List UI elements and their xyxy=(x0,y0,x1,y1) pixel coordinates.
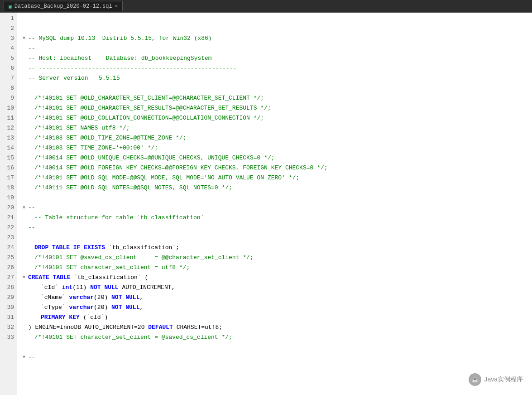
line-number: 7 xyxy=(0,73,17,83)
code-line: /*!40101 SET @saved_cs_client = @@charac… xyxy=(21,253,532,263)
line-number: 23 xyxy=(0,233,17,243)
code-line: /*!40103 SET @OLD_TIME_ZONE=@@TIME_ZONE … xyxy=(21,133,532,143)
fold-icon xyxy=(21,145,27,151)
line-number: 16 xyxy=(0,163,17,173)
code-token: /*!40014 SET @OLD_FOREIGN_KEY_CHECKS=@@F… xyxy=(34,163,328,173)
line-number: 6 xyxy=(0,63,17,73)
code-token: /*!40101 SET NAMES utf8 */; xyxy=(34,123,130,133)
code-line: -- Table structure for table `tb_classif… xyxy=(21,213,532,223)
code-token: /*!40101 SET character_set_client = utf8… xyxy=(34,263,190,273)
code-line: DROP TABLE IF EXISTS `tb_classification`… xyxy=(21,243,532,253)
fold-icon xyxy=(21,75,27,82)
code-line: `cName` varchar(20) NOT NULL, xyxy=(21,293,532,303)
fold-icon xyxy=(21,324,27,331)
tab-close-button[interactable]: × xyxy=(115,4,118,9)
code-line: -- Host: localhost Database: db_bookkeep… xyxy=(21,53,532,63)
code-token: CREATE TABLE xyxy=(28,273,74,283)
line-number: 13 xyxy=(0,133,17,143)
fold-icon xyxy=(21,265,27,271)
code-token: varchar xyxy=(69,293,94,303)
fold-icon xyxy=(21,55,27,62)
code-token: , xyxy=(139,293,143,303)
code-line: ▼CREATE TABLE `tb_classification` ( xyxy=(21,273,532,283)
code-token: (20) xyxy=(94,293,111,303)
line-number: 3 xyxy=(0,34,17,43)
fold-icon xyxy=(21,185,27,191)
code-token: varchar xyxy=(69,303,94,313)
code-token: CHARSET=utf8; xyxy=(173,323,222,332)
line-number: 24 xyxy=(0,243,17,253)
code-token: /*!40101 SET @OLD_SQL_MODE=@@SQL_MODE, S… xyxy=(34,173,299,183)
code-token: /*!40101 SET @saved_cs_client = @@charac… xyxy=(34,253,254,263)
code-token: ) ENGINE=InnoDB AUTO_INCREMENT=20 xyxy=(28,323,148,332)
code-token: DROP TABLE IF EXISTS xyxy=(34,243,109,253)
code-line: /*!40101 SET @OLD_COLLATION_CONNECTION=@… xyxy=(21,113,532,123)
fold-icon[interactable]: ▼ xyxy=(21,205,27,211)
fold-icon xyxy=(21,284,27,291)
code-token: ; xyxy=(176,243,179,253)
code-token: `tb_classification` xyxy=(109,243,176,253)
line-number: 4 xyxy=(0,43,17,53)
fold-icon xyxy=(21,175,27,181)
line-number: 8 xyxy=(0,83,17,93)
fold-icon xyxy=(21,314,27,321)
code-line: -- -------------------------------------… xyxy=(21,63,532,73)
fold-icon[interactable]: ▼ xyxy=(21,35,27,42)
code-line: /*!40101 SET @OLD_CHARACTER_SET_CLIENT=@… xyxy=(21,93,532,103)
title-bar: ▣ Database_Backup_2020-02-12.sql × xyxy=(0,0,532,13)
file-tab[interactable]: ▣ Database_Backup_2020-02-12.sql × xyxy=(4,1,123,11)
file-icon: ▣ xyxy=(9,4,12,10)
code-token: /*!40111 SET @OLD_SQL_NOTES=@@SQL_NOTES,… xyxy=(34,183,232,193)
fold-icon xyxy=(21,245,27,251)
line-number: 28 xyxy=(0,283,17,293)
code-line: /*!40103 SET TIME_ZONE='+00:00' */; xyxy=(21,143,532,153)
line-number: 9 xyxy=(0,93,17,103)
line-number: 29 xyxy=(0,293,17,303)
tab-filename: Database_Backup_2020-02-12.sql xyxy=(14,3,112,10)
line-numbers: 1234567891011121314151617181920212223242… xyxy=(0,13,17,395)
fold-icon xyxy=(21,105,27,111)
code-line xyxy=(21,233,532,243)
line-number: 31 xyxy=(0,313,17,323)
fold-icon xyxy=(21,294,27,301)
fold-icon xyxy=(21,165,27,171)
code-token: /*!40103 SET TIME_ZONE='+00:00' */; xyxy=(34,143,158,153)
code-area[interactable]: ▼-- MySQL dump 10.13 Distrib 5.5.15, for… xyxy=(17,13,532,395)
fold-icon[interactable]: ▼ xyxy=(21,354,27,361)
code-token: DEFAULT xyxy=(148,323,173,332)
code-token: /*!40101 SET @OLD_COLLATION_CONNECTION=@… xyxy=(34,113,264,123)
fold-icon xyxy=(21,65,27,72)
fold-icon xyxy=(21,155,27,161)
code-token: /*!40101 SET @OLD_CHARACTER_SET_RESULTS=… xyxy=(34,103,271,113)
line-number: 21 xyxy=(0,213,17,223)
line-number: 14 xyxy=(0,143,17,153)
code-token: -- xyxy=(28,203,35,213)
code-line: /*!40101 SET @OLD_SQL_MODE=@@SQL_MODE, S… xyxy=(21,173,532,183)
fold-icon xyxy=(21,255,27,261)
code-line: /*!40014 SET @OLD_FOREIGN_KEY_CHECKS=@@F… xyxy=(21,163,532,173)
code-line xyxy=(21,193,532,203)
code-line: PRIMARY KEY (`cId`) xyxy=(21,313,532,323)
fold-icon[interactable]: ▼ xyxy=(21,275,27,281)
code-line xyxy=(21,83,532,93)
code-token: -- xyxy=(28,43,35,53)
line-number: 26 xyxy=(0,263,17,273)
code-token: NOT NULL xyxy=(90,283,118,293)
code-token: /*!40101 SET @OLD_CHARACTER_SET_CLIENT=@… xyxy=(34,93,264,103)
line-number: 17 xyxy=(0,173,17,183)
fold-icon xyxy=(21,115,27,121)
code-token: -- -------------------------------------… xyxy=(28,63,236,73)
fold-icon xyxy=(21,95,27,101)
code-line xyxy=(21,342,532,352)
code-token: ( xyxy=(141,273,149,283)
code-token: NOT NULL xyxy=(111,293,139,303)
code-token: (`cId`) xyxy=(80,313,108,323)
fold-icon xyxy=(21,125,27,131)
line-number: 11 xyxy=(0,113,17,123)
code-token: `cType` xyxy=(41,303,69,313)
code-token: -- MySQL dump 10.13 Distrib 5.5.15, for … xyxy=(28,34,212,43)
code-token: int xyxy=(62,283,72,293)
line-number: 30 xyxy=(0,303,17,313)
code-line: /*!40101 SET character_set_client = @sav… xyxy=(21,332,532,342)
line-number: 12 xyxy=(0,123,17,133)
